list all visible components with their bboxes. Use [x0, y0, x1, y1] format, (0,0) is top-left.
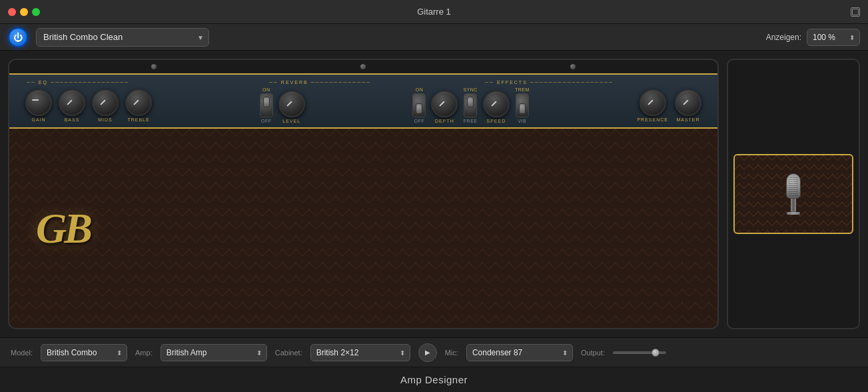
presence-label: PRESENCE [637, 117, 668, 122]
zoom-select[interactable]: 100 % [807, 29, 860, 46]
reverb-toggle[interactable] [260, 93, 273, 117]
treble-knob[interactable] [125, 89, 152, 116]
grille-pattern [9, 129, 717, 328]
gain-knob-group: GAIN [25, 89, 52, 122]
speed-knob[interactable] [483, 91, 510, 117]
treble-label: TREBLE [127, 117, 149, 122]
cabinet-label: Cabinet: [275, 349, 302, 357]
mic-base [787, 212, 800, 215]
mids-label: MIDS [98, 117, 113, 122]
title-bar: Gitarre 1 [0, 0, 868, 24]
cabinet-select-wrapper: British 2×12 ⬍ [310, 344, 410, 361]
sync-toggle-group: SYNC FREE [463, 87, 477, 123]
treble-knob-group: TREBLE [125, 89, 152, 122]
bass-knob[interactable] [59, 89, 85, 116]
control-panel: ── EQ ───────────────── ── REVERB ──────… [9, 73, 717, 129]
cabinet-container [727, 59, 860, 329]
play-button[interactable]: ▶ [418, 343, 437, 362]
zoom-select-wrapper: 100 % ⬍ [807, 29, 860, 46]
depth-knob[interactable] [431, 91, 458, 117]
mids-knob[interactable] [92, 89, 119, 116]
restore-button[interactable] [851, 7, 860, 17]
play-icon: ▶ [425, 349, 430, 356]
sync-lever [467, 97, 474, 107]
main-content: ── EQ ───────────────── ── REVERB ──────… [0, 51, 868, 337]
bass-knob-group: BASS [59, 89, 85, 122]
amp-select[interactable]: British Amp [161, 344, 267, 361]
sync-toggle[interactable] [464, 93, 477, 117]
effects-toggle[interactable] [412, 93, 426, 117]
reverb-toggle-group: ON OFF [260, 87, 273, 123]
depth-label: DEPTH [435, 119, 454, 123]
power-button[interactable] [8, 27, 28, 47]
cabinet-inner [733, 154, 853, 234]
amp-logo: GB [36, 204, 90, 253]
toolbar: British Combo Clean ▼ Anzeigen: 100 % ⬍ [0, 24, 868, 51]
speed-label: SPEED [487, 119, 506, 123]
preset-select-wrapper: British Combo Clean ▼ [36, 28, 209, 47]
sync-label: SYNC [463, 87, 477, 92]
presence-knob-group: PRESENCE [637, 89, 668, 122]
speed-knob-group: SPEED [483, 91, 510, 123]
bottom-bar: Model: British Combo ⬍ Amp: British Amp … [0, 337, 868, 367]
model-label: Model: [11, 349, 33, 357]
close-button[interactable] [8, 8, 16, 16]
cabinet-select[interactable]: British 2×12 [310, 344, 410, 361]
screw-2 [360, 63, 366, 70]
effects-lever [416, 103, 422, 114]
window-title: Gitarre 1 [417, 7, 451, 17]
mic-select-wrapper: Condenser 87 ⬍ [466, 344, 573, 361]
footer: Amp Designer [0, 367, 868, 392]
preset-select[interactable]: British Combo Clean [36, 28, 209, 47]
master-knob-group: MASTER [675, 89, 701, 122]
microphone [786, 173, 801, 215]
speaker-grille: GB [9, 129, 717, 328]
model-select-wrapper: British Combo ⬍ [41, 344, 127, 361]
footer-title: Amp Designer [400, 374, 468, 385]
bass-label: BASS [65, 117, 80, 122]
effects-toggle-group: ON OFF [412, 87, 426, 123]
reverb-lever [263, 97, 270, 107]
output-slider[interactable] [613, 351, 666, 354]
effects-off-label: OFF [414, 119, 425, 123]
trem-vib-toggle-group: TREM VIB [515, 87, 530, 123]
screw-1 [151, 63, 157, 70]
mids-knob-group: MIDS [92, 89, 119, 122]
minimize-button[interactable] [20, 8, 28, 16]
toolbar-right: Anzeigen: 100 % ⬍ [766, 29, 860, 46]
amp-label: Amp: [135, 349, 153, 357]
level-label: LEVEL [282, 119, 300, 123]
amp-select-wrapper: British Amp ⬍ [161, 344, 267, 361]
free-label: FREE [464, 119, 478, 123]
depth-knob-group: DEPTH [431, 91, 458, 123]
trem-vib-lever [519, 103, 526, 114]
mic-label: Mic: [445, 349, 458, 357]
master-label: MASTER [676, 117, 699, 122]
trem-vib-toggle[interactable] [516, 93, 529, 117]
gain-knob[interactable] [25, 89, 52, 116]
maximize-button[interactable] [32, 8, 40, 16]
output-slider-thumb [651, 349, 659, 357]
mic-select[interactable]: Condenser 87 [466, 344, 573, 361]
effects-on-label: ON [416, 87, 424, 92]
reverb-on-label: ON [262, 87, 270, 92]
vib-label: VIB [518, 119, 526, 123]
output-label: Output: [581, 349, 605, 357]
anzeigen-label: Anzeigen: [766, 33, 801, 42]
level-knob[interactable] [278, 91, 305, 117]
amp-head: ── EQ ───────────────── ── REVERB ──────… [8, 59, 719, 329]
amp-top-screws [9, 60, 717, 73]
master-knob[interactable] [675, 89, 701, 116]
reverb-off-label: OFF [261, 119, 272, 123]
level-knob-group: LEVEL [278, 91, 305, 123]
mic-head [786, 173, 801, 199]
trem-label: TREM [515, 87, 530, 92]
mic-body [791, 199, 796, 212]
model-select[interactable]: British Combo [41, 344, 127, 361]
screw-3 [570, 63, 576, 70]
presence-knob[interactable] [640, 89, 666, 116]
traffic-lights [8, 8, 40, 16]
gain-label: GAIN [31, 117, 45, 122]
